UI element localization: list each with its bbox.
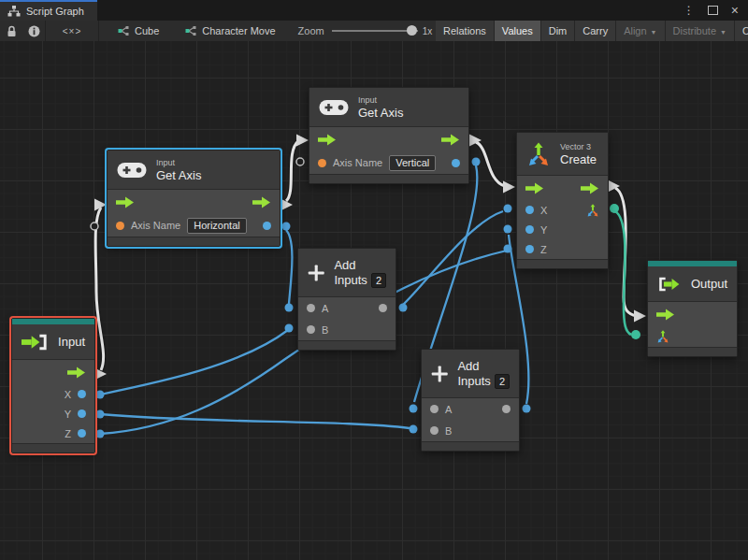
vector3-icon bbox=[526, 142, 551, 166]
sum-output-port[interactable] bbox=[379, 304, 387, 312]
values-button[interactable]: Values bbox=[495, 21, 541, 41]
distribute-dropdown[interactable]: Distribute▼ bbox=[666, 21, 735, 41]
unconnected-port-ring[interactable] bbox=[91, 223, 98, 230]
relations-button[interactable]: Relations bbox=[436, 21, 495, 41]
node-category: Input bbox=[358, 94, 403, 106]
z-input-port[interactable] bbox=[525, 245, 534, 253]
tab-script-graph[interactable]: Script Graph bbox=[0, 0, 97, 21]
x-input-port[interactable] bbox=[525, 206, 534, 214]
unity-script-graph-window: Script Graph ⋮ × <×> Cube bbox=[0, 0, 748, 560]
input-port-b[interactable] bbox=[307, 325, 315, 334]
float-output-port[interactable] bbox=[452, 159, 460, 167]
control-out-port-icon[interactable] bbox=[441, 134, 460, 146]
node-output[interactable]: Output bbox=[647, 260, 738, 357]
graph-canvas[interactable]: Input Get Axis Axis Name Vertical bbox=[0, 41, 748, 560]
close-icon[interactable]: × bbox=[731, 4, 739, 17]
node-title: Create bbox=[560, 152, 597, 167]
wire-vector3-to-output[interactable] bbox=[608, 180, 646, 323]
zoom-slider-handle[interactable] bbox=[407, 25, 417, 36]
code-icon[interactable]: <×> bbox=[46, 26, 98, 36]
plus-icon bbox=[308, 262, 324, 284]
mini-graph-icon bbox=[118, 26, 129, 36]
port-label: Z bbox=[65, 428, 71, 439]
control-in-port-icon[interactable] bbox=[116, 196, 135, 208]
node-title: Add bbox=[334, 258, 386, 273]
unconnected-port-ring[interactable] bbox=[296, 158, 304, 165]
x-output-port[interactable] bbox=[78, 390, 86, 398]
node-input[interactable]: Input X Y Z bbox=[11, 318, 95, 453]
breadcrumb-label: Character Move bbox=[202, 25, 275, 36]
tab-bar: Script Graph ⋮ × bbox=[0, 0, 748, 22]
control-in-port-icon[interactable] bbox=[525, 182, 544, 194]
dim-button[interactable]: Dim bbox=[541, 21, 576, 41]
port-label: X bbox=[65, 389, 71, 400]
graph-toolbar: <×> Cube Character Move Zoom 1x Relati bbox=[0, 21, 748, 42]
graph-hierarchy-icon bbox=[7, 6, 21, 17]
wire-horizontal-value-to-add1-a[interactable] bbox=[282, 223, 294, 312]
port-label: A bbox=[322, 303, 328, 314]
input-port-b[interactable] bbox=[430, 426, 439, 435]
port-label: B bbox=[445, 425, 452, 437]
menu-icon[interactable]: ⋮ bbox=[683, 5, 695, 16]
string-input-port[interactable] bbox=[116, 222, 124, 230]
plus-icon bbox=[431, 363, 448, 385]
axis-name-field[interactable]: Vertical bbox=[389, 155, 436, 171]
zoom-value: 1x bbox=[423, 26, 433, 36]
inputs-count-field[interactable]: 2 bbox=[495, 374, 510, 389]
node-footer bbox=[422, 441, 519, 451]
control-out-port-icon[interactable] bbox=[252, 196, 271, 208]
string-input-port[interactable] bbox=[318, 159, 326, 167]
control-out-port-icon[interactable] bbox=[581, 182, 599, 194]
zoom-slider[interactable] bbox=[332, 21, 418, 41]
maximize-icon[interactable] bbox=[708, 6, 718, 15]
tab-title: Script Graph bbox=[26, 6, 84, 17]
gamepad-icon bbox=[117, 161, 147, 179]
port-label: Y bbox=[540, 224, 547, 236]
toolbar-buttons: Relations Values Dim Carry Align▼ Distri… bbox=[436, 21, 748, 41]
breadcrumb-label: Cube bbox=[135, 25, 159, 36]
y-input-port[interactable] bbox=[525, 225, 534, 234]
info-icon[interactable] bbox=[22, 21, 45, 41]
vector3-output-port-icon[interactable] bbox=[586, 204, 599, 217]
float-output-port[interactable] bbox=[263, 222, 271, 230]
axis-name-field[interactable]: Horizontal bbox=[187, 218, 247, 234]
control-in-port-icon[interactable] bbox=[656, 309, 675, 321]
control-out-port-icon[interactable] bbox=[67, 366, 86, 379]
node-title: Get Axis bbox=[156, 168, 201, 183]
vector3-input-port-icon[interactable] bbox=[656, 330, 669, 343]
node-footer bbox=[12, 443, 94, 452]
carry-button[interactable]: Carry bbox=[575, 21, 616, 41]
z-output-port[interactable] bbox=[78, 429, 86, 438]
lock-icon[interactable] bbox=[0, 21, 22, 41]
inputs-label: Inputs bbox=[334, 273, 367, 288]
align-dropdown[interactable]: Align▼ bbox=[616, 21, 665, 41]
node-add-1[interactable]: Add Inputs2 A B bbox=[297, 248, 396, 351]
dropdown-arrow-icon: ▼ bbox=[720, 29, 726, 36]
port-label: A bbox=[445, 404, 452, 415]
node-category: Vector 3 bbox=[560, 141, 597, 152]
gamepad-icon bbox=[319, 98, 349, 117]
node-footer bbox=[298, 340, 396, 350]
input-port-a[interactable] bbox=[430, 405, 439, 413]
node-vector3-create[interactable]: Vector 3 Create X Y bbox=[516, 132, 609, 269]
wire-add1-sum-to-vector3-x[interactable] bbox=[399, 205, 512, 312]
node-add-2[interactable]: Add Inputs2 A B bbox=[421, 349, 520, 452]
y-output-port[interactable] bbox=[78, 409, 86, 418]
inputs-count-field[interactable]: 2 bbox=[371, 273, 386, 288]
zoom-label: Zoom bbox=[298, 25, 324, 36]
node-footer bbox=[517, 259, 608, 268]
input-port-a[interactable] bbox=[307, 304, 315, 312]
control-in-port-icon[interactable] bbox=[318, 134, 337, 146]
wire-input-y-to-add2-b[interactable] bbox=[96, 410, 418, 434]
node-footer bbox=[108, 237, 280, 246]
wire-input-x-to-add1-b[interactable] bbox=[96, 324, 294, 399]
breadcrumb-character-move[interactable]: Character Move bbox=[176, 21, 284, 41]
node-category: Input bbox=[156, 157, 201, 168]
overview-button[interactable]: Overv bbox=[735, 21, 748, 41]
node-get-axis-vertical[interactable]: Input Get Axis Axis Name Vertical bbox=[309, 87, 469, 184]
wire-gethorizontal-to-getvertical[interactable] bbox=[280, 135, 309, 211]
node-get-axis-horizontal[interactable]: Input Get Axis Axis Name Horizontal bbox=[107, 150, 280, 247]
breadcrumb-cube[interactable]: Cube bbox=[108, 21, 168, 41]
sum-output-port[interactable] bbox=[502, 405, 511, 413]
node-title: Input bbox=[58, 335, 85, 350]
